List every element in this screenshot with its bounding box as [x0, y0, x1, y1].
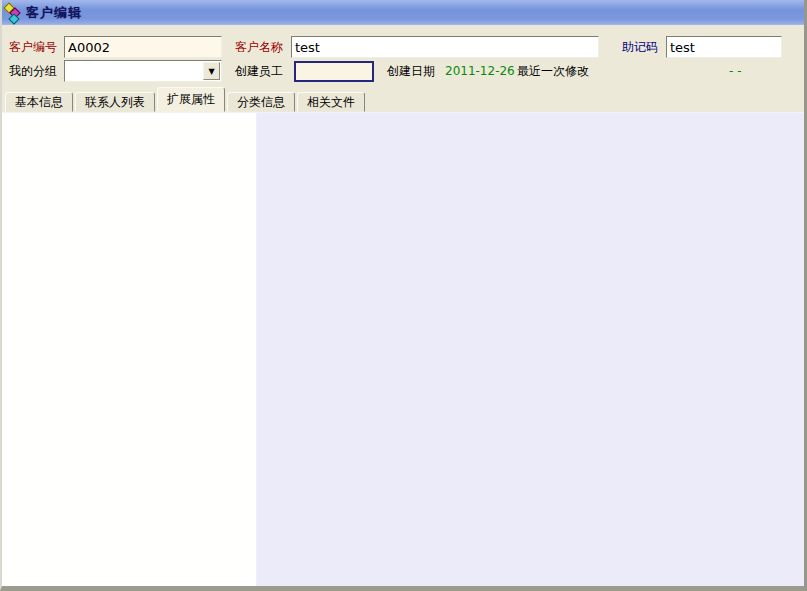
tab-contact-list[interactable]: 联系人列表	[75, 92, 155, 112]
window-diamonds-icon	[5, 3, 22, 22]
created-by-label: 创建员工	[235, 60, 283, 82]
tab-category-info[interactable]: 分类信息	[227, 92, 295, 112]
mnemonic-label: 助记码	[622, 36, 658, 58]
customer-name-input[interactable]	[291, 36, 599, 58]
tab-strip: 基本信息 联系人列表 扩展属性 分类信息 相关文件	[2, 86, 804, 112]
attribute-list-panel[interactable]	[2, 113, 257, 586]
attribute-detail-panel	[257, 113, 804, 586]
chevron-down-icon[interactable]: ▼	[203, 62, 220, 80]
my-group-combobox[interactable]: ▼	[64, 60, 222, 82]
extended-attributes-pane	[2, 112, 804, 586]
customer-name-label: 客户名称	[235, 36, 283, 58]
created-date-value: 2011-12-26	[445, 60, 515, 82]
customer-id-input[interactable]	[64, 36, 222, 58]
mnemonic-input[interactable]	[666, 36, 782, 58]
customer-id-label: 客户编号	[9, 36, 57, 58]
last-modified-value: - -	[729, 60, 741, 82]
created-by-input[interactable]	[294, 61, 374, 82]
created-date-label: 创建日期	[387, 60, 435, 82]
title-bar: 客户编辑	[2, 0, 804, 25]
window-title: 客户编辑	[26, 4, 82, 22]
tab-basic-info[interactable]: 基本信息	[5, 92, 73, 112]
customer-edit-window: 客户编辑 客户编号 客户名称 助记码 我的分组 ▼ 创建员工 创建日期 2011…	[0, 0, 807, 591]
last-modified-label: 最近一次修改	[517, 60, 589, 82]
tab-extended-attributes[interactable]: 扩展属性	[157, 87, 225, 112]
my-group-label: 我的分组	[9, 60, 57, 82]
form-header-area: 客户编号 客户名称 助记码 我的分组 ▼ 创建员工 创建日期 2011-12-2…	[2, 25, 804, 86]
tab-related-files[interactable]: 相关文件	[297, 92, 365, 112]
